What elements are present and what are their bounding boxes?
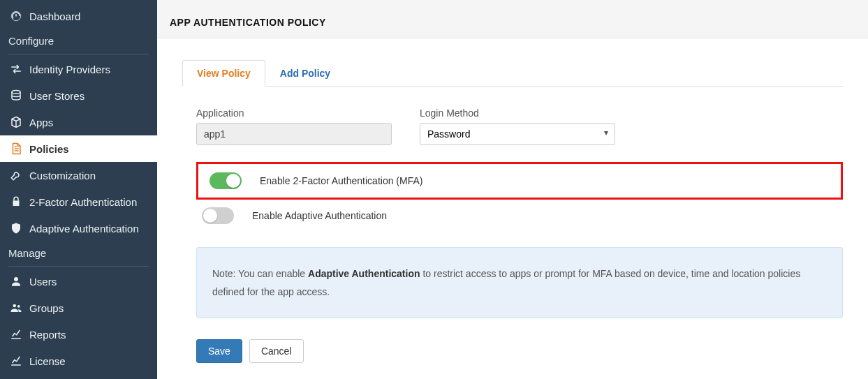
sidebar-item-2fa[interactable]: 2-Factor Authentication [0, 188, 157, 215]
document-icon [8, 142, 24, 155]
sidebar-item-label: Identity Providers [29, 64, 110, 75]
content-panel: View Policy Add Policy Application Login… [157, 38, 868, 379]
sidebar-item-label: User Stores [29, 90, 84, 102]
login-method-label: Login Method [420, 107, 615, 119]
sidebar-item-dashboard[interactable]: Dashboard [0, 3, 157, 29]
page-title: APP AUTHENTICATION POLICY [157, 17, 868, 38]
mfa-toggle-label: Enable 2-Factor Authentication (MFA) [260, 175, 422, 186]
svg-point-1 [12, 91, 20, 94]
note-box: Note: You can enable Adaptive Authentica… [196, 247, 843, 318]
cube-icon [8, 116, 24, 128]
sidebar-item-label: Adaptive Authentication [29, 223, 139, 235]
cancel-button[interactable]: Cancel [249, 339, 304, 363]
sidebar-item-identity-providers[interactable]: Identity Providers [0, 56, 157, 82]
user-icon [8, 275, 24, 288]
tab-add-policy[interactable]: Add Policy [265, 60, 345, 87]
note-prefix: Note: You can enable [212, 268, 308, 279]
sidebar-item-label: Users [29, 276, 57, 288]
sidebar-item-license[interactable]: License [0, 348, 157, 374]
note-bold: Adaptive Authentication [308, 268, 420, 279]
sidebar-item-users[interactable]: Users [0, 268, 157, 295]
sidebar-item-adaptive-auth[interactable]: Adaptive Authentication [0, 215, 157, 241]
sidebar-item-label: Groups [29, 302, 64, 314]
sidebar-item-groups[interactable]: Groups [0, 295, 157, 321]
svg-point-4 [17, 305, 20, 308]
sidebar-item-customization[interactable]: Customization [0, 162, 157, 188]
sidebar-item-label: License [29, 355, 66, 367]
sidebar-item-label: 2-Factor Authentication [29, 196, 137, 208]
sidebar-item-user-stores[interactable]: User Stores [0, 82, 157, 109]
divider [8, 266, 149, 267]
lock-icon [8, 195, 24, 208]
svg-point-3 [13, 304, 17, 308]
sidebar-item-label: Reports [29, 329, 66, 341]
tab-view-policy[interactable]: View Policy [182, 60, 265, 87]
main-area: APP AUTHENTICATION POLICY View Policy Ad… [157, 0, 868, 379]
sidebar-item-label: Customization [29, 170, 96, 181]
sidebar-item-reports[interactable]: Reports [0, 321, 157, 348]
adaptive-toggle[interactable] [202, 207, 234, 224]
sidebar-item-label: Policies [29, 143, 69, 155]
sidebar-section-configure: Configure [0, 29, 157, 51]
sidebar-item-policies[interactable]: Policies [0, 135, 157, 162]
tabs: View Policy Add Policy [182, 59, 843, 87]
adaptive-toggle-label: Enable Adaptive Authentication [252, 210, 387, 221]
application-input[interactable] [196, 123, 392, 145]
divider [8, 54, 149, 54]
mfa-toggle[interactable] [209, 172, 242, 189]
chart-icon [8, 355, 24, 367]
chart-icon [8, 328, 24, 341]
sidebar-item-apps[interactable]: Apps [0, 109, 157, 135]
form-area: Application Login Method Password [182, 107, 843, 363]
exchange-icon [8, 63, 24, 75]
sidebar-item-label: Apps [29, 117, 53, 128]
login-method-select[interactable]: Password [420, 123, 615, 145]
sidebar-item-label: Dashboard [29, 10, 80, 22]
shield-icon [8, 222, 24, 235]
save-button[interactable]: Save [196, 339, 242, 363]
users-icon [8, 302, 24, 314]
sidebar: Dashboard Configure Identity Providers U… [0, 0, 157, 379]
gauge-icon [8, 10, 24, 22]
svg-point-2 [14, 277, 18, 281]
sidebar-section-manage: Manage [0, 241, 157, 263]
application-label: Application [196, 107, 392, 119]
mfa-highlight: Enable 2-Factor Authentication (MFA) [196, 162, 843, 200]
wrench-icon [8, 169, 24, 181]
database-icon [8, 89, 24, 102]
